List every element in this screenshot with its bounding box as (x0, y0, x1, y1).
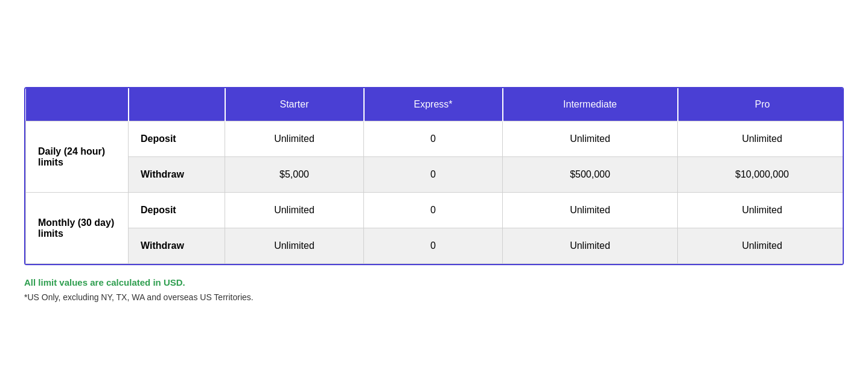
header-starter: Starter (225, 88, 364, 121)
cell-starter: Unlimited (225, 228, 364, 264)
cell-intermediate: $500,000 (503, 157, 678, 193)
table-row: Daily (24 hour) limitsDepositUnlimited0U… (26, 121, 844, 157)
cell-pro: Unlimited (678, 121, 844, 157)
asterisk-note: *US Only, excluding NY, TX, WA and overs… (24, 292, 844, 302)
cell-starter: $5,000 (225, 157, 364, 193)
usd-note: All limit values are calculated in USD. (24, 277, 844, 288)
cell-intermediate: Unlimited (503, 121, 678, 157)
cell-type: Withdraw (129, 228, 225, 264)
header-pro: Pro (678, 88, 844, 121)
table-row: WithdrawUnlimited0UnlimitedUnlimited (26, 228, 844, 264)
header-empty-1 (26, 88, 129, 121)
table-row: Withdraw$5,0000$500,000$10,000,000 (26, 157, 844, 193)
limits-table: Starter Express* Intermediate Pro Daily … (25, 88, 844, 264)
cell-type: Deposit (129, 193, 225, 228)
cell-starter: Unlimited (225, 121, 364, 157)
cell-express: 0 (364, 193, 503, 228)
cell-type: Deposit (129, 121, 225, 157)
cell-express: 0 (364, 157, 503, 193)
limits-table-wrapper: Starter Express* Intermediate Pro Daily … (24, 87, 844, 265)
cell-category: Daily (24 hour) limits (26, 121, 129, 193)
cell-category: Monthly (30 day) limits (26, 193, 129, 264)
cell-pro: Unlimited (678, 193, 844, 228)
cell-pro: Unlimited (678, 228, 844, 264)
table-header-row: Starter Express* Intermediate Pro (26, 88, 844, 121)
cell-intermediate: Unlimited (503, 228, 678, 264)
page-container: Starter Express* Intermediate Pro Daily … (24, 87, 844, 302)
cell-express: 0 (364, 121, 503, 157)
header-intermediate: Intermediate (503, 88, 678, 121)
cell-intermediate: Unlimited (503, 193, 678, 228)
cell-express: 0 (364, 228, 503, 264)
header-empty-2 (129, 88, 225, 121)
table-row: Monthly (30 day) limitsDepositUnlimited0… (26, 193, 844, 228)
cell-starter: Unlimited (225, 193, 364, 228)
cell-type: Withdraw (129, 157, 225, 193)
cell-pro: $10,000,000 (678, 157, 844, 193)
header-express: Express* (364, 88, 503, 121)
